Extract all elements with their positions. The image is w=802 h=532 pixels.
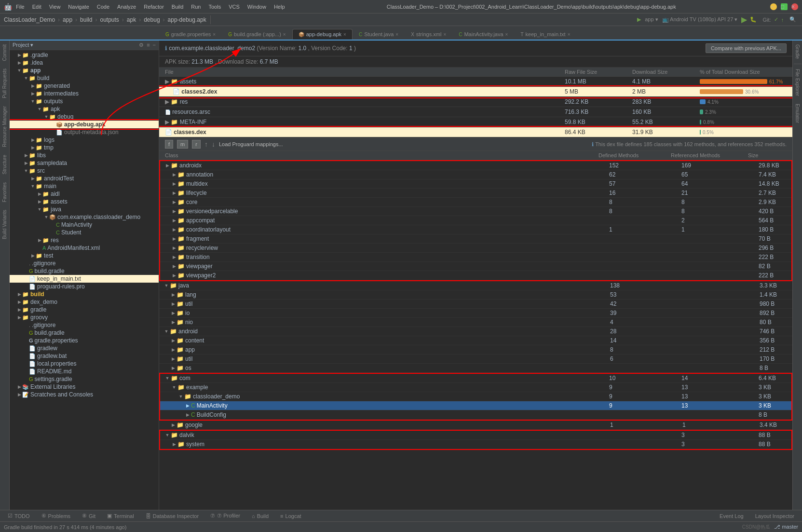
bottom-tab-database-inspector[interactable]: 🗄 Database Inspector — [140, 512, 204, 520]
class-row-mainactivity[interactable]: ▶CMainActivity 9133 KB — [160, 401, 791, 410]
tree-sampledata[interactable]: ▶📁sampledata — [10, 159, 159, 167]
class-row-nio[interactable]: ▶📁nio 480 B — [159, 318, 792, 327]
class-row-android[interactable]: ▼📁android 28746 B — [159, 327, 792, 336]
tree-groovy[interactable]: ▶📁groovy — [10, 314, 159, 321]
class-row-google[interactable]: ▶📁google 113.4 KB — [159, 421, 792, 430]
menu-code[interactable]: Code — [97, 4, 109, 10]
tree-debug-folder[interactable]: ▼📁debug — [10, 113, 159, 121]
tree-dex-demo[interactable]: ▶📁dex_demo — [10, 298, 159, 306]
tree-gradle[interactable]: ▶📁.gradle — [10, 51, 159, 59]
col-referenced-methods[interactable]: Referenced Methods — [671, 152, 748, 158]
tree-assets[interactable]: ▶📁assets — [10, 198, 159, 205]
dex-btn-down[interactable]: ↓ — [212, 140, 215, 148]
class-row-fragment[interactable]: ▶📁fragment 70 B — [160, 234, 791, 244]
class-row-dalvik[interactable]: ▼📁dalvik 388 B — [160, 431, 791, 440]
bottom-tab-terminal[interactable]: ▣ Terminal — [101, 512, 140, 520]
file-row-assets[interactable]: ▶ 📁 assets 10.1 MB 4.1 MB 61.7% — [159, 77, 792, 87]
tree-keep-main[interactable]: 📄keep_in_main.txt — [10, 275, 159, 283]
menu-refactor[interactable]: Refactor — [144, 4, 164, 10]
class-row-util2[interactable]: ▶📁util 6170 B — [159, 355, 792, 364]
tab-gradle-properties[interactable]: G gradle.properties × — [159, 29, 222, 40]
tree-gitignore2[interactable]: ..gitignore — [10, 321, 159, 329]
class-row-core[interactable]: ▶📁core 882.9 KB — [160, 198, 791, 207]
close-button[interactable]: × — [791, 3, 798, 10]
bottom-tab-build[interactable]: ⌂ Build — [246, 512, 274, 520]
android-tv-btn[interactable]: 📺 Android TV (1080p) API 27 ▾ — [662, 16, 738, 23]
structure-tab[interactable]: Structure — [1, 151, 8, 178]
emulator-tab[interactable]: Emulator — [794, 100, 801, 127]
class-row-content[interactable]: ▶📁content 14356 B — [159, 336, 792, 345]
load-proguard-btn[interactable]: Load Proguard mappings... — [219, 141, 283, 147]
tab-build-gradle[interactable]: G build.gradle (:app...) × — [222, 29, 292, 40]
col-raw-size[interactable]: Raw File Size — [565, 69, 632, 75]
tree-main[interactable]: ▼📁main — [10, 182, 159, 190]
class-row-multidex[interactable]: ▶📁multidex 576414.8 KB — [160, 179, 791, 189]
class-row-appcompat[interactable]: ▶📁appcompat 2564 B — [160, 216, 791, 225]
class-row-annotation[interactable]: ▶📁annotation 62657.4 KB — [160, 170, 791, 179]
col-pct[interactable]: % of Total Download Size — [700, 69, 787, 75]
tree-app[interactable]: ▼📁app — [10, 67, 159, 74]
device-selector[interactable]: app ▾ — [645, 16, 658, 23]
maximize-button[interactable]: □ — [781, 3, 788, 10]
menu-help[interactable]: Help — [274, 4, 285, 10]
tree-local-properties[interactable]: 📄local.properties — [10, 360, 159, 368]
tree-build-gradle2[interactable]: Gbuild.gradle — [10, 329, 159, 337]
tree-idea[interactable]: ▶📁.idea — [10, 59, 159, 67]
tree-build2[interactable]: ▶📁build — [10, 290, 159, 298]
file-explorer-tab[interactable]: File Explorer — [794, 65, 801, 100]
bottom-tab-logcat[interactable]: ≡ Logcat — [274, 512, 307, 520]
resource-manager-tab[interactable]: Resource Manager — [1, 102, 8, 151]
menu-edit[interactable]: Edit — [32, 4, 41, 10]
tree-gradle2[interactable]: ▶📁gradle — [10, 306, 159, 314]
tab-student-java[interactable]: C Student.java × — [353, 29, 405, 40]
class-row-recyclerview[interactable]: ▶📁recyclerview 296 B — [160, 244, 791, 253]
bottom-tab-event-log[interactable]: Event Log — [714, 512, 749, 520]
breadcrumb-outputs[interactable]: outputs — [100, 16, 119, 23]
tab-mainactivity-java[interactable]: C MainActivity.java × — [452, 29, 514, 40]
gradle-tab[interactable]: Gradle — [794, 41, 801, 63]
tree-test[interactable]: ▶📁test — [10, 252, 159, 259]
git-up[interactable]: ↑ — [781, 17, 784, 23]
breadcrumb-classloader[interactable]: ClassLoader_Demo — [4, 16, 55, 23]
tree-apk[interactable]: ▼📁apk — [10, 105, 159, 113]
menu-build[interactable]: Build — [172, 4, 183, 10]
tree-generated[interactable]: ▶📁generated — [10, 82, 159, 90]
col-class[interactable]: Class — [165, 152, 598, 158]
class-row-system[interactable]: ▶📁system 388 B — [160, 440, 791, 449]
dex-btn-f[interactable]: f — [165, 140, 173, 149]
tree-mainactivity-src[interactable]: CMainActivity — [10, 221, 159, 229]
file-row-classes2dex[interactable]: 📄 classes2.dex 5 MB 2 MB 30.6% — [159, 87, 792, 97]
class-row-io[interactable]: ▶📁io 39892 B — [159, 309, 792, 318]
bottom-tab-profiler[interactable]: ⑦⑦ Profiler — [204, 512, 246, 520]
tree-tmp[interactable]: ▶📁tmp — [10, 144, 159, 151]
tree-outputs[interactable]: ▼📁outputs — [10, 97, 159, 105]
col-size[interactable]: Size — [748, 152, 787, 158]
run-green-btn[interactable]: ▶ — [741, 15, 747, 24]
col-download-size[interactable]: Download Size — [632, 69, 700, 75]
tree-androidtest[interactable]: ▶📁androidTest — [10, 175, 159, 182]
file-row-metainf[interactable]: ▶ 📁 META-INF 59.8 KB 55.2 KB 0.8% — [159, 117, 792, 127]
file-row-res[interactable]: ▶ 📁 res 292.2 KB 283 KB 4.1% — [159, 97, 792, 107]
tree-gitignore[interactable]: ..gitignore — [10, 259, 159, 267]
tree-java-src[interactable]: ▼📁java — [10, 205, 159, 213]
git-check[interactable]: ✓ — [774, 16, 778, 23]
tree-build-gradle[interactable]: Gbuild.gradle — [10, 267, 159, 275]
class-row-com[interactable]: ▼📁com 10146.4 KB — [160, 374, 791, 383]
class-row-util[interactable]: ▶📁util 42980 B — [159, 300, 792, 309]
favorites-tab[interactable]: Favorites — [1, 178, 8, 206]
breadcrumb-apkfile[interactable]: app-debug.apk — [168, 16, 206, 23]
class-row-androidx[interactable]: ▶📁androidx 15216929.8 KB — [160, 161, 791, 170]
project-close-icon[interactable]: − — [153, 42, 156, 48]
tree-gradlew[interactable]: 📄gradlew — [10, 344, 159, 352]
tree-proguard[interactable]: 📄proguard-rules.pro — [10, 283, 159, 290]
menu-vcs[interactable]: VCS — [229, 4, 240, 10]
col-file[interactable]: File — [165, 69, 565, 75]
class-row-coordinatorlayout[interactable]: ▶📁coordinatorlayout 11180 B — [160, 225, 791, 234]
menu-run[interactable]: Run — [191, 4, 201, 10]
project-layout-icon[interactable]: ≡ — [147, 42, 150, 48]
tree-scratches[interactable]: ▶📝Scratches and Consoles — [10, 391, 159, 398]
bottom-tab-layout-inspector[interactable]: Layout Inspector — [749, 512, 800, 520]
class-row-transition[interactable]: ▶📁transition 222 B — [160, 253, 791, 262]
class-row-viewpager2[interactable]: ▶📁viewpager2 222 B — [160, 271, 791, 280]
col-defined-methods[interactable]: Defined Methods — [598, 152, 671, 158]
